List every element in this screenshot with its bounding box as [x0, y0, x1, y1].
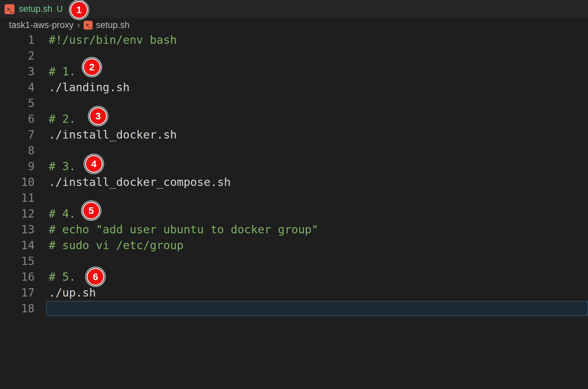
code-line[interactable]: 18 — [0, 300, 588, 316]
line-text[interactable]: # 1. — [49, 64, 76, 79]
line-text[interactable]: ./install_docker_compose.sh — [49, 174, 231, 190]
tab-setup-sh[interactable]: >_ setup.sh U ✕ — [0, 0, 81, 18]
chevron-right-icon: › — [77, 20, 80, 30]
line-number[interactable]: 9 — [0, 158, 35, 174]
shell-terminal-icon: >_ — [5, 4, 14, 14]
code-line[interactable]: 5 — [0, 95, 588, 111]
tab-bar: >_ setup.sh U ✕ — [0, 0, 588, 18]
line-number[interactable]: 17 — [0, 285, 35, 300]
line-number[interactable]: 6 — [0, 111, 35, 127]
code-line[interactable]: 6# 2. — [0, 111, 588, 127]
line-number[interactable]: 4 — [0, 79, 35, 95]
line-text[interactable]: # 4. — [49, 206, 76, 221]
line-number[interactable]: 3 — [0, 64, 35, 79]
som-mark-6[interactable]: 6 — [87, 268, 104, 286]
line-number[interactable]: 7 — [0, 127, 35, 143]
code-line[interactable]: 17./up.sh — [0, 285, 588, 300]
code-line[interactable]: 1#!/usr/bin/env bash — [0, 32, 588, 48]
breadcrumb-file-label: setup.sh — [96, 20, 129, 30]
line-text[interactable]: # 3. — [49, 158, 76, 174]
git-untracked-badge: U — [57, 4, 63, 14]
code-line[interactable]: 4./landing.sh — [0, 79, 588, 95]
line-number[interactable]: 18 — [0, 300, 35, 316]
code-line[interactable]: 10./install_docker_compose.sh — [0, 174, 588, 190]
som-mark-2[interactable]: 2 — [83, 58, 101, 76]
shell-terminal-icon: >_ — [84, 21, 93, 30]
breadcrumb: task1-aws-proxy › >_ setup.sh — [0, 18, 588, 32]
line-number[interactable]: 13 — [0, 221, 35, 237]
line-number[interactable]: 8 — [0, 143, 35, 158]
line-number[interactable]: 1 — [0, 32, 35, 48]
code-line[interactable]: 14# sudo vi /etc/group — [0, 237, 588, 253]
line-number[interactable]: 2 — [0, 48, 35, 64]
code-line[interactable]: 7./install_docker.sh — [0, 127, 588, 143]
breadcrumb-item-file[interactable]: >_ setup.sh — [84, 20, 129, 30]
line-number[interactable]: 15 — [0, 253, 35, 269]
line-text[interactable]: # 2. — [49, 111, 76, 127]
line-number[interactable]: 16 — [0, 269, 35, 285]
line-number[interactable]: 12 — [0, 206, 35, 221]
current-line-highlight — [46, 301, 588, 316]
line-number[interactable]: 14 — [0, 237, 35, 253]
line-text[interactable]: # sudo vi /etc/group — [49, 237, 183, 253]
line-number[interactable]: 11 — [0, 190, 35, 206]
line-text[interactable]: ./install_docker.sh — [49, 127, 177, 143]
code-line[interactable]: 13# echo "add user ubuntu to docker grou… — [0, 221, 588, 237]
tab-label: setup.sh — [19, 4, 52, 14]
line-text[interactable]: ./up.sh — [49, 285, 96, 300]
line-text[interactable]: #!/usr/bin/env bash — [49, 32, 177, 48]
som-mark-5[interactable]: 5 — [82, 202, 100, 220]
line-text[interactable]: # 5. — [49, 269, 76, 285]
som-mark-4[interactable]: 4 — [85, 155, 103, 173]
breadcrumb-folder-label: task1-aws-proxy — [9, 20, 74, 30]
code-line[interactable]: 8 — [0, 143, 588, 158]
line-number[interactable]: 10 — [0, 174, 35, 190]
line-number[interactable]: 5 — [0, 95, 35, 111]
line-text[interactable]: ./landing.sh — [49, 79, 130, 95]
breadcrumb-item-folder[interactable]: task1-aws-proxy — [9, 20, 74, 30]
line-text[interactable]: # echo "add user ubuntu to docker group" — [49, 221, 318, 237]
som-mark-1[interactable]: 1 — [70, 1, 88, 19]
code-line[interactable]: 15 — [0, 253, 588, 269]
som-mark-3[interactable]: 3 — [89, 107, 107, 125]
